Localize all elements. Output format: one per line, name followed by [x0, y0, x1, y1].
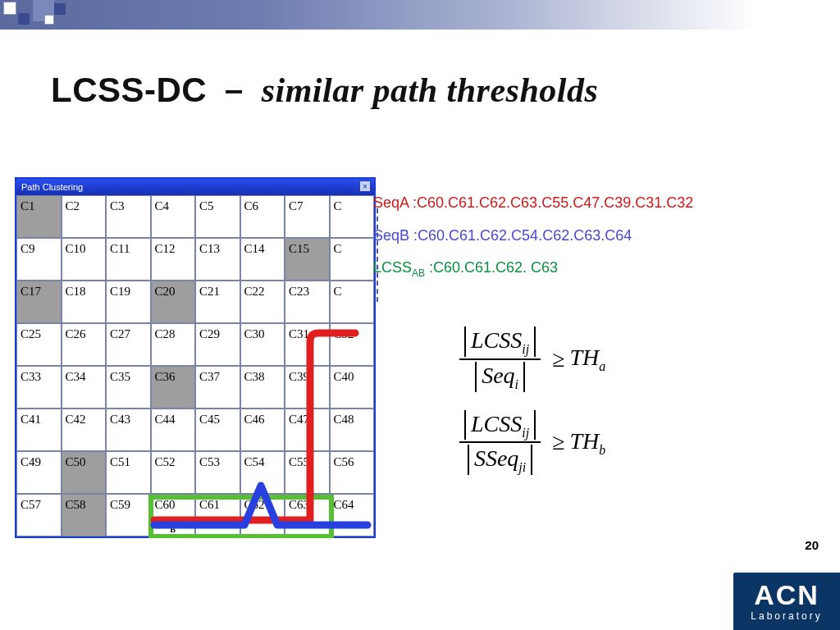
path-start-markers: A B — [170, 518, 176, 534]
grid-cell: C50 — [62, 451, 107, 494]
grid-cell: C19 — [106, 281, 151, 323]
grid-cell: C31 — [285, 323, 330, 366]
grid-cell: C53 — [195, 451, 240, 494]
formula-num1: LCSS — [471, 327, 522, 353]
formula-num1-sub: ij — [522, 342, 529, 356]
seq-a-line: SeqA :C60.C61.C62.C63.C55.C47.C39.C31.C3… — [373, 187, 693, 220]
grid-cell: C44 — [151, 409, 196, 451]
grid-cell: C38 — [240, 366, 285, 409]
grid-cell: C49 — [16, 451, 62, 494]
grid-cell: C18 — [62, 281, 107, 323]
grid-cell: C29 — [195, 323, 240, 366]
fraction-2: LCSSij SSeqji — [459, 409, 541, 477]
close-icon[interactable]: × — [359, 180, 371, 192]
grid-cell: C58 — [62, 494, 107, 536]
corner-squares — [0, 0, 74, 41]
title-main: LCSS-DC — [51, 71, 207, 109]
title-sub: similar path thresholds — [262, 71, 599, 109]
grid-cell: C34 — [62, 366, 107, 409]
formula-den2-sub: ji — [518, 460, 526, 474]
formula-row-1: LCSSij Seqi ≥ THa — [459, 325, 605, 394]
formula-num2: LCSS — [471, 411, 522, 436]
page-title: LCSS-DC－similar path thresholds — [51, 67, 598, 113]
grid-cell: C — [330, 238, 375, 281]
lcss-value: :C60.C61.C62. C63 — [425, 259, 558, 276]
grid-cell: C12 — [151, 238, 196, 281]
grid-cell: C33 — [16, 366, 62, 409]
grid-cell: C35 — [106, 366, 151, 409]
logo-small: Laboratory — [751, 610, 822, 622]
grid-cell: C25 — [16, 323, 62, 366]
grid-cell: C62 — [240, 494, 285, 536]
grid-cell: C60A B — [151, 494, 196, 536]
grid-cell: C55 — [285, 451, 330, 494]
grid-cell: C39 — [285, 366, 330, 409]
formula-den1-sub: i — [515, 377, 518, 390]
grid-cell: C64 — [330, 494, 375, 536]
grid-cell: C17 — [16, 281, 62, 323]
formula-rhs2-sub: b — [599, 442, 605, 456]
lcss-sub: AB — [412, 267, 425, 279]
grid-cell: C37 — [195, 366, 240, 409]
grid-cell: C4 — [151, 195, 196, 238]
grid-cell: C59 — [106, 494, 151, 536]
grid-cell: C48 — [330, 409, 375, 451]
cell-grid: C1C2C3C4C5C6C7CC9C10C11C12C13C14C15CC17C… — [16, 195, 374, 536]
grid-cell: C45 — [195, 409, 240, 451]
grid-cell: C15 — [285, 238, 330, 281]
formula-block: LCSSij Seqi ≥ THa LCSSij SSeqji ≥ THb — [459, 325, 605, 491]
grid-cell: C52 — [151, 451, 196, 494]
logo-big: ACN — [754, 581, 819, 609]
grid-cell: C6 — [240, 195, 285, 238]
seq-b-value: C60.C61.C62.C54.C62.C63.C64 — [418, 227, 632, 244]
grid-cell: C — [330, 281, 375, 323]
grid-cell: C10 — [62, 238, 107, 281]
grid-cell: C13 — [195, 238, 240, 281]
grid-cell: C41 — [16, 409, 62, 451]
grid-cell: C5 — [195, 195, 240, 238]
lcss-label: LCSS — [373, 259, 412, 276]
formula-rhs1: THa — [570, 345, 606, 374]
grid-cell: C42 — [62, 409, 107, 451]
grid-cell: C23 — [285, 281, 330, 323]
formula-rhs1-sub: a — [599, 359, 605, 373]
grid-cell: C26 — [62, 323, 107, 366]
lcss-line: LCSSAB :C60.C61.C62. C63 — [373, 252, 693, 285]
formula-row-2: LCSSij SSeqji ≥ THb — [459, 409, 605, 477]
grid-cell: C7 — [285, 195, 330, 238]
geq-symbol-2: ≥ — [552, 429, 564, 455]
formula-den2: SSeq — [474, 445, 518, 471]
grid-cell: C54 — [240, 451, 285, 494]
grid-cell: C — [330, 195, 375, 238]
title-dash: － — [217, 71, 252, 109]
seq-b-label: SeqB : — [373, 227, 418, 244]
formula-rhs1-txt: TH — [570, 345, 600, 370]
formula-rhs2: THb — [570, 428, 606, 458]
sequence-text-block: SeqA :C60.C61.C62.C63.C55.C47.C39.C31.C3… — [373, 187, 693, 285]
grid-cell: C32 — [330, 323, 375, 366]
grid-cell: C21 — [195, 281, 240, 323]
top-decoration-bar — [0, 0, 840, 30]
grid-cell: C36 — [151, 366, 196, 409]
seq-b-line: SeqB :C60.C61.C62.C54.C62.C63.C64 — [373, 220, 693, 253]
formula-rhs2-txt: TH — [570, 428, 600, 454]
grid-cell: C22 — [240, 281, 285, 323]
page-number: 20 — [805, 538, 819, 552]
grid-cell: C3 — [106, 195, 151, 238]
grid-cell: C28 — [151, 323, 196, 366]
formula-den1: Seq — [482, 363, 514, 388]
panel-titlebar: Path Clustering × — [16, 179, 374, 195]
fraction-1: LCSSij Seqi — [459, 325, 541, 394]
grid-panel: Path Clustering × C1C2C3C4C5C6C7CC9C10C1… — [15, 177, 376, 538]
grid-cell: C57 — [16, 494, 62, 536]
formula-num2-sub: ij — [522, 425, 529, 439]
grid-cell: C20 — [151, 281, 196, 323]
grid-cell: C2 — [62, 195, 107, 238]
geq-symbol-1: ≥ — [552, 346, 564, 372]
acn-logo: ACN Laboratory — [733, 573, 840, 630]
grid-cell: C40 — [330, 366, 375, 409]
grid-cell: C1 — [16, 195, 62, 238]
grid-cell: C27 — [106, 323, 151, 366]
grid-cell: C43 — [106, 409, 151, 451]
grid-cell: C56 — [330, 451, 375, 494]
